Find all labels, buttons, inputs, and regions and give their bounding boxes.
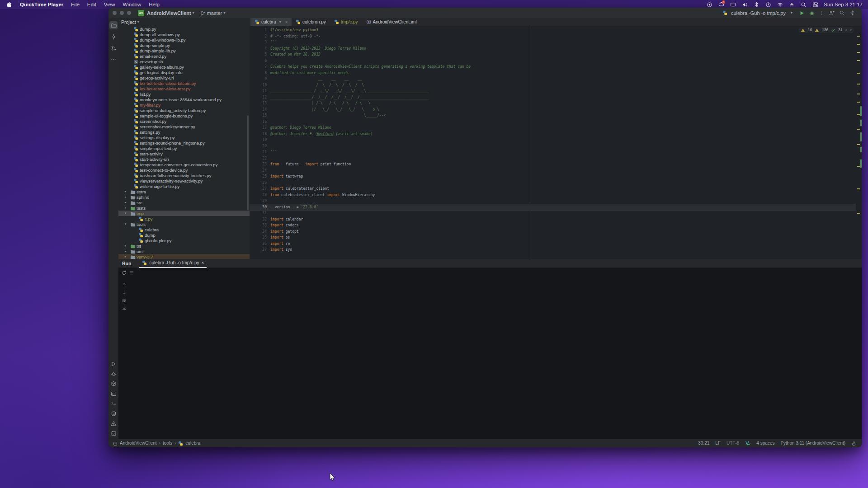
line-number[interactable]: 9 [250, 76, 267, 82]
project-scrollbar[interactable] [247, 115, 249, 210]
minimize-window-button[interactable] [120, 11, 124, 15]
project-panel-header[interactable]: Project ▾ [118, 18, 250, 26]
warning-mark[interactable] [857, 36, 860, 37]
status-30-21[interactable]: 30:21 [698, 441, 709, 446]
tree-item-extra[interactable]: ▸extra [118, 189, 250, 194]
line-number[interactable]: 3 [250, 39, 267, 46]
tree-item-get-top-activity-uri[interactable]: get-top-activity-uri [118, 75, 250, 80]
tree-item-temperature-converter-get-conversion.py[interactable]: temperature-converter-get-conversion.py [118, 162, 250, 167]
editor-tab-culebron.py[interactable]: culebron.py [292, 18, 330, 26]
display-icon[interactable] [730, 2, 736, 8]
tree-item-viewserveractivity-new-activity.py[interactable]: viewserveractivity-new-activity.py [118, 178, 250, 183]
tree-item-dump.py[interactable]: dump.py [118, 26, 250, 32]
warning-mark[interactable] [857, 60, 860, 61]
line-number[interactable]: 28 [250, 192, 267, 198]
warning-mark[interactable] [857, 213, 860, 214]
warning-mark[interactable] [857, 102, 860, 103]
tree-item-monkeyrunner-issue-36544-workaround.py[interactable]: monkeyrunner-issue-36544-workaround.py [118, 97, 250, 102]
breadcrumb-culebra[interactable]: culebra [185, 441, 200, 446]
menu-item-quicktime-player[interactable]: QuickTime Player [20, 2, 63, 7]
chevron-right-icon[interactable]: ▸ [125, 249, 127, 253]
v-check-icon[interactable] [745, 441, 750, 446]
line-number[interactable]: 6 [250, 58, 267, 64]
line-number[interactable]: 29 [250, 198, 267, 204]
soft-wrap-icon[interactable] [121, 297, 127, 303]
line-number[interactable]: 8 [250, 70, 267, 76]
tree-item-screenshot-monkeyrunner.py[interactable]: screenshot-monkeyrunner.py [118, 124, 250, 129]
tree-item-dump-all-windows-lib.py[interactable]: dump-all-windows-lib.py [118, 37, 250, 42]
line-number[interactable]: 5 [250, 52, 267, 58]
scroll-end-icon[interactable] [121, 305, 127, 311]
line-number[interactable]: 18 [250, 131, 267, 137]
python-packages-icon[interactable] [109, 380, 118, 388]
tree-item-tests[interactable]: ▸tests [118, 205, 250, 211]
tree-item-dump-all-windows.py[interactable]: dump-all-windows.py [118, 32, 250, 37]
tree-item-get-logical-display-info[interactable]: get-logical-display-info [118, 70, 250, 75]
editor-tab-tmp/c.py[interactable]: tmp/c.py [330, 18, 362, 26]
play-icon[interactable] [799, 10, 805, 15]
tree-item-envsetup.sh[interactable]: envsetup.sh [118, 59, 250, 64]
spotlight-icon[interactable] [801, 2, 807, 8]
line-number[interactable]: 35 [250, 235, 267, 241]
code-editor[interactable]: 1#!/usr/bin/env python32# -*- coding: ut… [250, 26, 862, 259]
bluetooth-icon[interactable] [754, 2, 760, 8]
line-number[interactable]: 30 [250, 204, 267, 211]
line-number[interactable]: 20 [250, 143, 267, 150]
breadcrumb-tools[interactable]: tools [163, 441, 172, 446]
next-problem-icon[interactable]: ˅ [850, 28, 852, 32]
chevron-right-icon[interactable]: ▸ [125, 195, 127, 199]
branch-name[interactable]: master [207, 10, 222, 16]
menu-item-file[interactable]: File [71, 2, 80, 7]
volume-icon[interactable] [742, 2, 748, 8]
cloud-error-icon[interactable]: ! [718, 1, 724, 8]
debug-tool-icon[interactable] [109, 370, 118, 378]
tree-item-start-activity-uri[interactable]: start-activity-uri [118, 156, 250, 162]
tree-item-my-filter.py[interactable]: my-filter.py [118, 102, 250, 108]
line-number[interactable]: 26 [250, 180, 267, 186]
weak-warning-count[interactable]: 16 [808, 28, 812, 32]
close-window-button[interactable] [113, 11, 117, 15]
menu-item-window[interactable]: Window [123, 2, 141, 7]
warning-mark[interactable] [857, 114, 860, 115]
apple-menu-icon[interactable] [6, 1, 12, 8]
eject-icon[interactable] [789, 2, 795, 8]
line-number[interactable]: 2 [250, 33, 267, 40]
passed-count[interactable]: 31 [838, 28, 842, 32]
status-python-3-11-androidviewclient-[interactable]: Python 3.11 (AndroidViewClient) [780, 441, 845, 446]
line-number[interactable]: 11 [250, 88, 267, 94]
line-number[interactable]: 10 [250, 82, 267, 89]
wifi-icon[interactable] [777, 2, 783, 8]
tree-item-sample-ui-dialog_activity-button.py[interactable]: sample-ui-dialog_activity-button.py [118, 108, 250, 113]
line-number[interactable]: 12 [250, 94, 267, 101]
tree-item-tools[interactable]: ▾tools [118, 221, 250, 227]
lock-icon[interactable] [851, 441, 856, 446]
time-machine-icon[interactable] [765, 2, 771, 8]
tree-item-c.py[interactable]: c.py [118, 216, 250, 221]
warning-mark[interactable] [857, 144, 860, 145]
warning-mark[interactable] [857, 94, 860, 94]
tree-item-settings.py[interactable]: settings.py [118, 129, 250, 135]
line-number[interactable]: 7 [250, 64, 267, 70]
line-number[interactable]: 25 [250, 174, 267, 180]
warning-mark[interactable] [857, 84, 860, 84]
chevron-right-icon[interactable]: ▸ [125, 206, 127, 210]
more-vertical-icon[interactable]: ⋮ [819, 10, 824, 16]
tree-item-uml[interactable]: ▸uml [118, 249, 250, 254]
status-4-spaces[interactable]: 4 spaces [756, 441, 774, 446]
line-number[interactable]: 22 [250, 155, 267, 162]
line-number[interactable]: 21 [250, 149, 267, 155]
line-number[interactable]: 37 [250, 247, 267, 253]
inspections-widget[interactable]: 1613631˄˅ [798, 27, 854, 33]
warning-mark[interactable] [857, 52, 860, 53]
chevron-down-icon[interactable]: ▾ [125, 211, 127, 215]
menu-item-edit[interactable]: Edit [87, 2, 96, 7]
status-utf-8[interactable]: UTF-8 [726, 441, 739, 446]
line-number[interactable]: 24 [250, 168, 267, 174]
warning-mark[interactable] [857, 166, 860, 167]
breadcrumb-AndroidViewClient[interactable]: AndroidViewClient [120, 441, 157, 446]
warning-mark[interactable] [857, 44, 860, 45]
terminal-icon[interactable] [109, 399, 118, 408]
tree-item-lex-bot-tester-alexa-test.py[interactable]: lex-bot-tester-alexa-test.py [118, 86, 250, 91]
python-console-icon[interactable] [109, 389, 118, 398]
line-number[interactable]: 23 [250, 161, 267, 168]
